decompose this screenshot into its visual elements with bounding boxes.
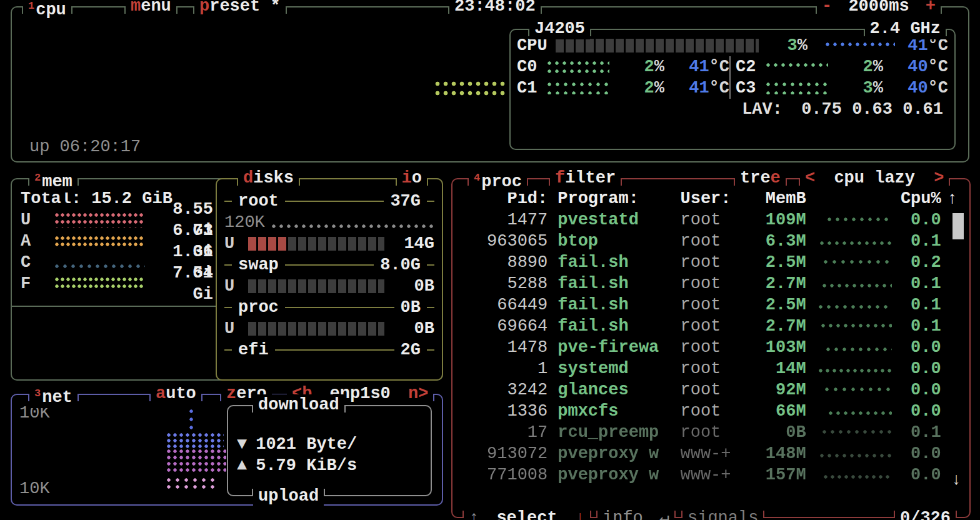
process-row[interactable]: 963065btoproot6.3M0.1 (452, 231, 969, 252)
disk-root-title-row: root37G (224, 191, 434, 212)
cpu-total-percent: 3 (788, 36, 798, 55)
sort-next-button[interactable]: > (934, 169, 944, 188)
process-row[interactable]: 3242glancesroot92M0.0 (452, 379, 969, 401)
process-mem: 14M (757, 358, 806, 379)
process-mem: 103M (757, 337, 806, 358)
upload-title: upload (253, 486, 324, 507)
preset-label: reset * (209, 0, 280, 16)
upload-speed-row: ▲ 5.79 KiB/s (237, 455, 431, 476)
core-percent: 2 (644, 58, 654, 76)
scroll-down-icon[interactable]: ↓ (951, 469, 961, 491)
filter-button[interactable]: filter (550, 168, 621, 189)
interval-decrease-button[interactable]: - (822, 0, 832, 16)
process-cpu-graph (827, 217, 892, 223)
interval-increase-button[interactable]: + (926, 0, 936, 16)
process-user: root (681, 231, 758, 252)
process-row[interactable]: 5288fail.shroot2.7M0.1 (452, 273, 969, 294)
percent-unit: % (654, 79, 664, 98)
cpu-title-label: cpu (36, 1, 66, 19)
scroll-up-icon[interactable]: ↑ (941, 188, 963, 209)
process-cpu: 0.0 (898, 401, 941, 422)
mem-free-graph (54, 277, 145, 291)
preset-hotkey: p (199, 0, 209, 16)
cpu-model: J4205 (534, 19, 585, 38)
disk-swap-title-row: swap8.0G (224, 254, 434, 276)
process-cpu-graph (818, 304, 892, 311)
mem-free-row: F 7.54 Gi (12, 273, 213, 294)
process-row[interactable]: 913072pveproxy wwww-+148M0.0 (452, 443, 969, 464)
preset-button[interactable]: preset * (194, 0, 286, 17)
percent-unit: % (798, 36, 808, 55)
process-user: root (681, 273, 758, 294)
sort-prev-button[interactable]: < (805, 169, 815, 188)
proc-box-title[interactable]: 4proc (469, 168, 527, 192)
tree-button[interactable]: tree (735, 168, 786, 189)
upload-arrow-icon: ▲ (237, 455, 247, 476)
disk-proc-title-row: proc0B (224, 297, 434, 318)
process-row[interactable]: 1336pmxcfsroot66M0.0 (452, 401, 969, 422)
net-title-label: net (42, 388, 72, 407)
mem-used-graph (54, 212, 145, 228)
select-down-icon[interactable]: ↓ (575, 509, 585, 520)
net-box-title[interactable]: 3net (29, 383, 78, 408)
process-program: rcu_preemp (558, 422, 680, 443)
signals-control[interactable]: signals (682, 508, 763, 520)
disks-box-title[interactable]: disks (238, 168, 299, 189)
load-average-values: 0.75 0.63 0.61 (801, 100, 943, 119)
process-cpu: 0.0 (898, 379, 941, 401)
process-cpu-graph (823, 474, 892, 481)
menu-label: enu (141, 0, 171, 16)
net-box: 3net auto zero <b enp1s0 n> 10K 10K down… (11, 394, 443, 506)
temp-unit: °C (709, 58, 729, 76)
core-label: C0 (517, 56, 547, 78)
process-program: pmxcfs (558, 401, 680, 422)
disk-root-used-row: U 14G (224, 233, 434, 254)
disks-title-label: isks (253, 169, 294, 188)
process-program: systemd (558, 358, 680, 379)
disk-name: root (232, 191, 285, 212)
disk-used-value: 14G (404, 233, 434, 254)
process-user: root (681, 252, 758, 273)
select-control[interactable]: ↑ select ↓ (464, 508, 590, 520)
process-row[interactable]: 1477pvestatdroot109M0.0 (452, 209, 969, 231)
mem-box-title[interactable]: 2mem (29, 168, 78, 192)
temp-unit: °C (928, 79, 948, 98)
process-row[interactable]: 17rcu_preemproot0B0.1 (452, 422, 969, 443)
process-pid: 8890 (459, 252, 548, 273)
process-row[interactable]: 8890fail.shroot2.5M0.2 (452, 252, 969, 273)
process-cpu-graph (819, 453, 892, 459)
info-control[interactable]: info ↵ (598, 508, 674, 520)
menu-button[interactable]: menu (126, 0, 176, 17)
io-label: o (412, 169, 422, 188)
scrollbar-thumb[interactable] (952, 213, 964, 239)
process-row[interactable]: 771008pveproxy wwww-+157M0.0 (452, 464, 969, 486)
core-row: C3 3% 40°C (736, 78, 948, 99)
process-row[interactable]: 1systemdroot14M0.0 (452, 358, 969, 379)
process-pid: 1 (459, 358, 548, 379)
core-row: C0 2% 41°C (517, 56, 729, 78)
process-user: root (681, 337, 758, 358)
download-label: download (258, 396, 339, 414)
iface-next-button[interactable]: n> (408, 384, 428, 403)
disk-size: 2G (394, 339, 427, 361)
mem-title-label: mem (42, 172, 72, 191)
process-mem: 157M (757, 464, 806, 486)
column-cpu: Cpu% (898, 188, 941, 209)
net-auto-button[interactable]: auto (151, 383, 201, 404)
io-mode-button[interactable]: io (397, 168, 427, 189)
process-pid: 1477 (459, 209, 548, 231)
disk-used-meter (248, 322, 384, 336)
select-up-icon[interactable]: ↑ (469, 509, 479, 520)
process-row[interactable]: 1478pve-firewaroot103M0.0 (452, 337, 969, 358)
net-scale-bottom: 10K (19, 478, 50, 499)
disk-name: swap (232, 254, 285, 276)
process-pid: 66449 (459, 294, 548, 316)
process-cpu: 0.0 (898, 337, 941, 358)
interval-value: 2000ms (848, 0, 909, 16)
cpu-total-meter (556, 39, 759, 52)
auto-hotkey: a (156, 384, 166, 403)
process-program: pveproxy w (558, 443, 680, 464)
process-row[interactable]: 69664fail.shroot2.7M0.1 (452, 316, 969, 337)
process-row[interactable]: 66449fail.shroot2.5M0.1 (452, 294, 969, 316)
cpu-box-title[interactable]: 1cpu (23, 0, 71, 21)
